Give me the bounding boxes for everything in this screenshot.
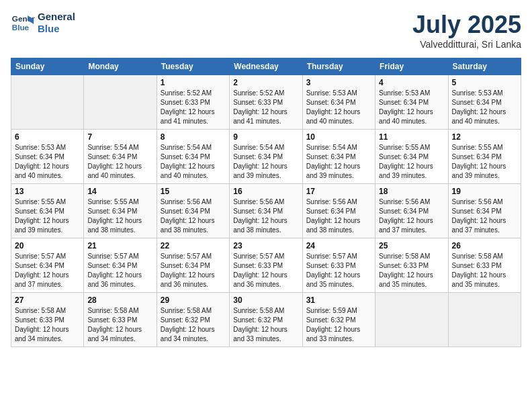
day-info: Sunrise: 5:55 AM Sunset: 6:34 PM Dayligh… (87, 197, 152, 235)
day-info: Sunrise: 5:53 AM Sunset: 6:34 PM Dayligh… (452, 89, 517, 126)
day-number: 19 (452, 187, 517, 196)
col-wednesday: Wednesday (230, 58, 302, 75)
calendar-cell: 1Sunrise: 5:52 AM Sunset: 6:33 PM Daylig… (157, 75, 229, 130)
day-info: Sunrise: 5:58 AM Sunset: 6:32 PM Dayligh… (233, 306, 298, 344)
day-number: 2 (233, 78, 298, 87)
day-number: 28 (87, 295, 152, 305)
day-info: Sunrise: 5:54 AM Sunset: 6:34 PM Dayligh… (306, 143, 371, 181)
day-number: 6 (15, 132, 80, 142)
day-info: Sunrise: 5:56 AM Sunset: 6:34 PM Dayligh… (161, 197, 226, 235)
col-saturday: Saturday (448, 58, 521, 75)
logo: General Blue General Blue (11, 11, 75, 35)
calendar-cell: 25Sunrise: 5:58 AM Sunset: 6:33 PM Dayli… (375, 238, 448, 293)
day-info: Sunrise: 5:53 AM Sunset: 6:34 PM Dayligh… (379, 89, 444, 126)
title-block: July 2025 Valvedditturai, Sri Lanka (412, 11, 521, 50)
day-info: Sunrise: 5:57 AM Sunset: 6:33 PM Dayligh… (233, 252, 298, 289)
day-number: 10 (306, 132, 371, 142)
calendar-cell: 21Sunrise: 5:57 AM Sunset: 6:34 PM Dayli… (84, 238, 157, 293)
calendar-week-1: 1Sunrise: 5:52 AM Sunset: 6:33 PM Daylig… (11, 75, 521, 130)
day-info: Sunrise: 5:53 AM Sunset: 6:34 PM Dayligh… (15, 143, 80, 181)
calendar-table: Sunday Monday Tuesday Wednesday Thursday… (11, 58, 521, 347)
logo-text-general: General (38, 11, 75, 23)
day-number: 18 (379, 187, 444, 196)
day-info: Sunrise: 5:58 AM Sunset: 6:32 PM Dayligh… (161, 306, 226, 344)
calendar-cell (11, 75, 84, 130)
day-info: Sunrise: 5:52 AM Sunset: 6:33 PM Dayligh… (233, 89, 298, 126)
calendar-cell: 30Sunrise: 5:58 AM Sunset: 6:32 PM Dayli… (230, 293, 302, 347)
day-number: 23 (233, 241, 298, 250)
calendar-cell: 10Sunrise: 5:54 AM Sunset: 6:34 PM Dayli… (302, 130, 375, 184)
calendar-cell: 29Sunrise: 5:58 AM Sunset: 6:32 PM Dayli… (157, 293, 229, 347)
calendar-cell: 13Sunrise: 5:55 AM Sunset: 6:34 PM Dayli… (11, 184, 84, 238)
day-info: Sunrise: 5:54 AM Sunset: 6:34 PM Dayligh… (161, 143, 226, 181)
day-info: Sunrise: 5:59 AM Sunset: 6:32 PM Dayligh… (306, 306, 371, 344)
month-title: July 2025 (412, 11, 521, 39)
day-number: 8 (161, 132, 226, 142)
calendar-cell: 11Sunrise: 5:55 AM Sunset: 6:34 PM Dayli… (375, 130, 448, 184)
day-number: 29 (161, 295, 226, 305)
header-row: Sunday Monday Tuesday Wednesday Thursday… (11, 58, 521, 75)
day-info: Sunrise: 5:55 AM Sunset: 6:34 PM Dayligh… (452, 143, 517, 181)
calendar-cell: 16Sunrise: 5:56 AM Sunset: 6:34 PM Dayli… (230, 184, 302, 238)
calendar-body: 1Sunrise: 5:52 AM Sunset: 6:33 PM Daylig… (11, 75, 521, 347)
calendar-week-3: 13Sunrise: 5:55 AM Sunset: 6:34 PM Dayli… (11, 184, 521, 238)
logo-text-blue: Blue (38, 23, 75, 35)
day-info: Sunrise: 5:54 AM Sunset: 6:34 PM Dayligh… (233, 143, 298, 181)
day-number: 17 (306, 187, 371, 196)
calendar-cell (375, 293, 448, 347)
day-number: 31 (306, 295, 371, 305)
day-number: 22 (161, 241, 226, 250)
day-number: 15 (161, 187, 226, 196)
day-info: Sunrise: 5:56 AM Sunset: 6:34 PM Dayligh… (452, 197, 517, 235)
day-number: 3 (306, 78, 371, 87)
col-friday: Friday (375, 58, 448, 75)
calendar-cell: 31Sunrise: 5:59 AM Sunset: 6:32 PM Dayli… (302, 293, 375, 347)
day-number: 1 (161, 78, 226, 87)
day-info: Sunrise: 5:55 AM Sunset: 6:34 PM Dayligh… (379, 143, 444, 181)
svg-text:Blue: Blue (12, 23, 30, 32)
calendar-cell: 24Sunrise: 5:57 AM Sunset: 6:33 PM Dayli… (302, 238, 375, 293)
day-info: Sunrise: 5:52 AM Sunset: 6:33 PM Dayligh… (161, 89, 226, 126)
day-number: 30 (233, 295, 298, 305)
day-info: Sunrise: 5:56 AM Sunset: 6:34 PM Dayligh… (306, 197, 371, 235)
calendar-cell: 4Sunrise: 5:53 AM Sunset: 6:34 PM Daylig… (375, 75, 448, 130)
calendar-cell: 28Sunrise: 5:58 AM Sunset: 6:33 PM Dayli… (84, 293, 157, 347)
calendar-cell: 14Sunrise: 5:55 AM Sunset: 6:34 PM Dayli… (84, 184, 157, 238)
day-number: 14 (87, 187, 152, 196)
calendar-cell: 7Sunrise: 5:54 AM Sunset: 6:34 PM Daylig… (84, 130, 157, 184)
day-info: Sunrise: 5:57 AM Sunset: 6:34 PM Dayligh… (161, 252, 226, 289)
calendar-cell: 5Sunrise: 5:53 AM Sunset: 6:34 PM Daylig… (448, 75, 521, 130)
day-number: 4 (379, 78, 444, 87)
day-number: 13 (15, 187, 80, 196)
logo-icon: General Blue (11, 11, 35, 35)
calendar-cell (84, 75, 157, 130)
calendar-cell: 19Sunrise: 5:56 AM Sunset: 6:34 PM Dayli… (448, 184, 521, 238)
calendar-week-2: 6Sunrise: 5:53 AM Sunset: 6:34 PM Daylig… (11, 130, 521, 184)
col-sunday: Sunday (11, 58, 84, 75)
calendar-cell: 9Sunrise: 5:54 AM Sunset: 6:34 PM Daylig… (230, 130, 302, 184)
day-number: 16 (233, 187, 298, 196)
day-number: 9 (233, 132, 298, 142)
calendar-week-4: 20Sunrise: 5:57 AM Sunset: 6:34 PM Dayli… (11, 238, 521, 293)
calendar-cell: 15Sunrise: 5:56 AM Sunset: 6:34 PM Dayli… (157, 184, 229, 238)
calendar-cell: 17Sunrise: 5:56 AM Sunset: 6:34 PM Dayli… (302, 184, 375, 238)
day-number: 25 (379, 241, 444, 250)
day-info: Sunrise: 5:55 AM Sunset: 6:34 PM Dayligh… (15, 197, 80, 235)
col-tuesday: Tuesday (157, 58, 229, 75)
day-info: Sunrise: 5:58 AM Sunset: 6:33 PM Dayligh… (15, 306, 80, 344)
calendar-cell: 6Sunrise: 5:53 AM Sunset: 6:34 PM Daylig… (11, 130, 84, 184)
calendar-cell (448, 293, 521, 347)
day-number: 5 (452, 78, 517, 87)
day-info: Sunrise: 5:58 AM Sunset: 6:33 PM Dayligh… (87, 306, 152, 344)
day-number: 26 (452, 241, 517, 250)
calendar-cell: 3Sunrise: 5:53 AM Sunset: 6:34 PM Daylig… (302, 75, 375, 130)
day-info: Sunrise: 5:56 AM Sunset: 6:34 PM Dayligh… (233, 197, 298, 235)
calendar-cell: 23Sunrise: 5:57 AM Sunset: 6:33 PM Dayli… (230, 238, 302, 293)
day-number: 27 (15, 295, 80, 305)
day-info: Sunrise: 5:54 AM Sunset: 6:34 PM Dayligh… (87, 143, 152, 181)
calendar-cell: 2Sunrise: 5:52 AM Sunset: 6:33 PM Daylig… (230, 75, 302, 130)
day-info: Sunrise: 5:58 AM Sunset: 6:33 PM Dayligh… (452, 252, 517, 289)
day-info: Sunrise: 5:57 AM Sunset: 6:34 PM Dayligh… (87, 252, 152, 289)
day-info: Sunrise: 5:57 AM Sunset: 6:33 PM Dayligh… (306, 252, 371, 289)
day-info: Sunrise: 5:56 AM Sunset: 6:34 PM Dayligh… (379, 197, 444, 235)
